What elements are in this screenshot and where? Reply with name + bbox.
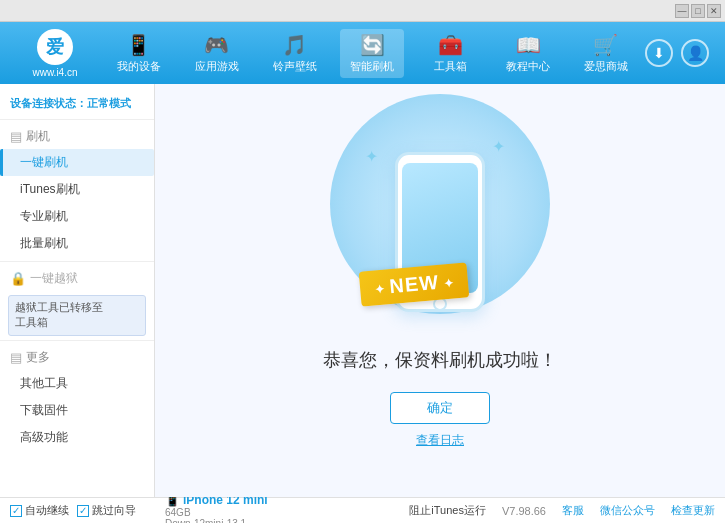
other-label: 其他工具 [20,376,68,390]
more-section-title: ▤ 更多 [0,345,154,370]
checkbox-auto-box: ✓ [10,505,22,517]
close-btn[interactable]: ✕ [707,4,721,18]
batch-label: 批量刷机 [20,236,68,250]
ringtone-label: 铃声壁纸 [273,59,317,74]
title-bar: — □ ✕ [0,0,725,22]
sparkle-tl: ✦ [365,147,378,166]
sidebar-item-pro[interactable]: 专业刷机 [0,203,154,230]
itunes-label: iTunes刷机 [20,182,80,196]
logo-area: 爱 www.i4.cn [10,29,100,78]
lock-icon: 🔒 [10,271,26,286]
device-info: 📱 iPhone 12 mini 64GB Down-12mini-13,1 [165,493,320,524]
logo-icon: 爱 [37,29,73,65]
checkbox-skip-label: 跳过向导 [92,503,136,518]
nav-mydevice[interactable]: 📱 我的设备 [107,29,171,78]
update-link[interactable]: 检查更新 [671,503,715,518]
bottom-status: 阻止iTunes运行 V7.98.66 客服 微信公众号 检查更新 [320,503,715,518]
maximize-btn[interactable]: □ [691,4,705,18]
sidebar-item-onekey[interactable]: 一键刷机 [0,149,154,176]
sidebar-item-batch[interactable]: 批量刷机 [0,230,154,257]
device-capacity: 64GB [165,507,320,518]
notice-text: 越狱工具已转移至工具箱 [15,301,103,328]
shop-label: 爱思商城 [584,59,628,74]
checkbox-auto[interactable]: ✓ 自动继续 [10,503,69,518]
apps-icon: 🎮 [204,33,229,57]
status-value: 正常模式 [87,97,131,109]
pro-label: 专业刷机 [20,209,68,223]
shop-icon: 🛒 [593,33,618,57]
nav-right: ⬇ 👤 [645,39,709,67]
ringtone-icon: 🎵 [282,33,307,57]
itunes-status: 阻止iTunes运行 [409,503,486,518]
apps-label: 应用游戏 [195,59,239,74]
sidebar-item-other[interactable]: 其他工具 [0,370,154,397]
repair-link[interactable]: 查看日志 [416,432,464,449]
bottom-left: ✓ 自动继续 ✓ 跳过向导 [10,503,165,518]
nav-apps[interactable]: 🎮 应用游戏 [185,29,249,78]
flash-label: 智能刷机 [350,59,394,74]
user-btn[interactable]: 👤 [681,39,709,67]
sidebar-divider-2 [0,340,154,341]
device-status: 设备连接状态：正常模式 [0,92,154,120]
more-section-icon: ▤ [10,350,22,365]
checkbox-skip[interactable]: ✓ 跳过向导 [77,503,136,518]
sidebar-item-itunes[interactable]: iTunes刷机 [0,176,154,203]
sparkle-tr: ✦ [492,137,505,156]
version-text: V7.98.66 [502,505,546,517]
support-link[interactable]: 客服 [562,503,584,518]
confirm-button[interactable]: 确定 [390,392,490,424]
nav-ringtone[interactable]: 🎵 铃声壁纸 [263,29,327,78]
sidebar: 设备连接状态：正常模式 ▤ 刷机 一键刷机 iTunes刷机 专业刷机 批量刷机… [0,84,155,497]
more-section-label: 更多 [26,349,50,366]
checkbox-skip-box: ✓ [77,505,89,517]
status-label: 设备连接状态： [10,97,87,109]
nav-tools[interactable]: 🧰 工具箱 [418,29,482,78]
success-text: 恭喜您，保资料刷机成功啦！ [323,348,557,372]
wechat-link[interactable]: 微信公众号 [600,503,655,518]
nav-items: 📱 我的设备 🎮 应用游戏 🎵 铃声壁纸 🔄 智能刷机 🧰 工具箱 📖 教程中心… [100,29,645,78]
flash-section-title: ▤ 刷机 [0,124,154,149]
flash-icon: 🔄 [360,33,385,57]
onekey-label: 一键刷机 [20,155,68,169]
bottom-bar: ✓ 自动继续 ✓ 跳过向导 📱 iPhone 12 mini 64GB Down… [0,497,725,523]
mydevice-icon: 📱 [126,33,151,57]
main-area: 设备连接状态：正常模式 ▤ 刷机 一键刷机 iTunes刷机 专业刷机 批量刷机… [0,84,725,497]
tutorial-label: 教程中心 [506,59,550,74]
tools-icon: 🧰 [438,33,463,57]
itunes-label: 阻止iTunes运行 [409,503,486,518]
sidebar-notice: 越狱工具已转移至工具箱 [8,295,146,336]
flash-section-icon: ▤ [10,129,22,144]
nav-flash[interactable]: 🔄 智能刷机 [340,29,404,78]
jailbreak-section-label: 一键越狱 [30,270,78,287]
nav-tutorial[interactable]: 📖 教程中心 [496,29,560,78]
device-model: Down-12mini-13,1 [165,518,320,524]
checkbox-auto-label: 自动继续 [25,503,69,518]
advanced-label: 高级功能 [20,430,68,444]
sidebar-divider-1 [0,261,154,262]
tools-label: 工具箱 [434,59,467,74]
jailbreak-section-title: 🔒 一键越狱 [0,266,154,291]
sidebar-item-advanced[interactable]: 高级功能 [0,424,154,451]
content-area: ✦ ✦ ✦ NEW 恭喜您，保资料刷机成功啦！ 确定 查看日志 [155,84,725,497]
sidebar-item-firmware[interactable]: 下载固件 [0,397,154,424]
flash-section-label: 刷机 [26,128,50,145]
mydevice-label: 我的设备 [117,59,161,74]
nav-shop[interactable]: 🛒 爱思商城 [574,29,638,78]
minimize-btn[interactable]: — [675,4,689,18]
tutorial-icon: 📖 [516,33,541,57]
firmware-label: 下载固件 [20,403,68,417]
phone-illustration: ✦ ✦ ✦ NEW [350,132,530,332]
top-nav: 爱 www.i4.cn 📱 我的设备 🎮 应用游戏 🎵 铃声壁纸 🔄 智能刷机 … [0,22,725,84]
download-btn[interactable]: ⬇ [645,39,673,67]
logo-text: www.i4.cn [32,67,77,78]
